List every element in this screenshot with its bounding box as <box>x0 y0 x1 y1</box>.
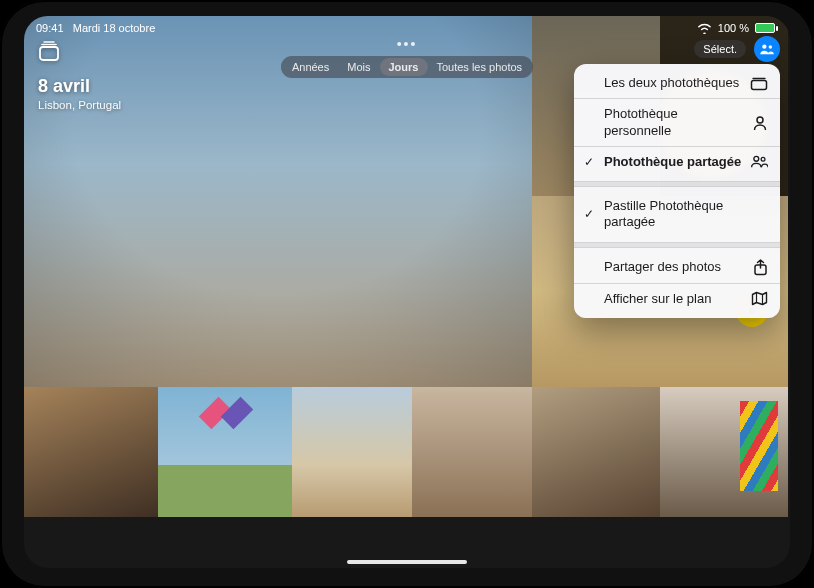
menu-item[interactable]: ✓Pastille Photothèque partagée <box>574 191 780 238</box>
map-icon <box>750 291 768 306</box>
photo-tile[interactable] <box>158 387 292 517</box>
menu-item[interactable]: Partager des photos <box>574 252 780 283</box>
menu-badge-section: ✓Pastille Photothèque partagée <box>574 187 780 242</box>
shared-library-button[interactable] <box>754 36 780 62</box>
menu-item-label: Photothèque partagée <box>604 154 742 170</box>
segment-jours[interactable]: Jours <box>379 58 427 76</box>
segment-mois[interactable]: Mois <box>338 58 379 76</box>
svg-point-4 <box>757 117 763 123</box>
view-segmented-wrap: ••• AnnéesMoisJoursToutes les photos <box>281 36 533 78</box>
person-icon <box>750 115 768 131</box>
library-button[interactable] <box>38 40 121 66</box>
menu-item-label: Photothèque personnelle <box>604 106 742 139</box>
view-segmented-control[interactable]: AnnéesMoisJoursToutes les photos <box>281 56 533 78</box>
menu-item[interactable]: Photothèque personnelle <box>574 98 780 146</box>
menu-item[interactable]: ✓Photothèque partagée <box>574 146 780 177</box>
wifi-icon <box>697 23 712 34</box>
segment-années[interactable]: Années <box>283 58 338 76</box>
menu-actions-section: Partager des photosAfficher sur le plan <box>574 248 780 318</box>
home-indicator <box>347 560 467 564</box>
overlay-header: 8 avril Lisbon, Portugal <box>38 40 121 111</box>
checkmark-icon: ✓ <box>582 207 596 221</box>
stack-icon <box>750 76 768 91</box>
photo-tile[interactable] <box>24 387 158 517</box>
menu-item-label: Les deux photothèques <box>604 75 742 91</box>
menu-item[interactable]: Les deux photothèques <box>574 68 780 98</box>
battery-pct: 100 % <box>718 22 749 34</box>
checkmark-icon: ✓ <box>582 155 596 169</box>
svg-point-2 <box>769 45 772 48</box>
status-time: 09:41 <box>36 22 64 34</box>
photo-tile[interactable] <box>412 387 532 517</box>
people-icon <box>750 154 768 169</box>
svg-point-1 <box>762 45 766 49</box>
svg-rect-3 <box>752 80 767 89</box>
menu-item-label: Afficher sur le plan <box>604 291 742 307</box>
status-right: 100 % <box>697 22 778 34</box>
segment-toutes-les-photos[interactable]: Toutes les photos <box>427 58 531 76</box>
people-icon <box>759 42 775 56</box>
menu-item-label: Pastille Photothèque partagée <box>604 198 742 231</box>
location-subtitle: Lisbon, Portugal <box>38 99 121 111</box>
svg-point-6 <box>761 158 765 162</box>
menu-library-section: Les deux photothèquesPhotothèque personn… <box>574 64 780 181</box>
status-bar: 09:41 Mardi 18 octobre 100 % <box>24 16 790 36</box>
battery-icon <box>755 23 778 33</box>
status-date: Mardi 18 octobre <box>73 22 156 34</box>
date-title: 8 avril <box>38 76 121 97</box>
top-right-controls: Sélect. <box>694 36 780 62</box>
svg-rect-0 <box>40 47 58 60</box>
share-icon <box>750 259 768 276</box>
photo-tile[interactable] <box>660 387 788 517</box>
photo-tile[interactable] <box>532 387 660 517</box>
ipad-frame: 09:41 Mardi 18 octobre 100 % <box>0 0 814 588</box>
select-button-label: Sélect. <box>703 43 737 55</box>
status-left: 09:41 Mardi 18 octobre <box>36 22 155 34</box>
svg-point-5 <box>754 157 759 162</box>
library-filter-menu: Les deux photothèquesPhotothèque personn… <box>574 64 780 318</box>
ellipsis-icon[interactable]: ••• <box>281 36 533 52</box>
library-icon <box>38 40 62 62</box>
screen: 09:41 Mardi 18 octobre 100 % <box>24 16 790 568</box>
photo-tile[interactable] <box>292 387 412 517</box>
menu-item-label: Partager des photos <box>604 259 742 275</box>
menu-item[interactable]: Afficher sur le plan <box>574 283 780 314</box>
select-button[interactable]: Sélect. <box>694 40 746 58</box>
